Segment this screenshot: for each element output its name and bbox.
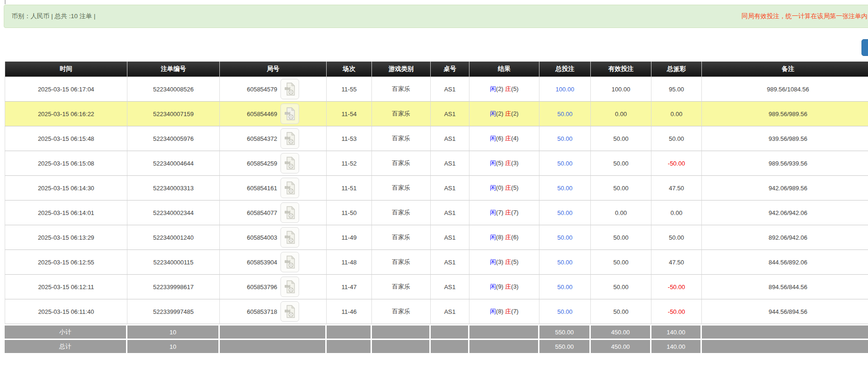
- col-header-valid-bet: 有效投注: [591, 62, 651, 77]
- session-cell: 11-47: [327, 275, 372, 299]
- bet-id-cell: 522340008526: [127, 77, 220, 102]
- col-header-round-no: 局号: [220, 62, 327, 77]
- result-cell: 闲(6) 庄(4): [469, 126, 539, 151]
- total-bet-link[interactable]: 50.00: [557, 111, 573, 118]
- bet-time-cell: 2025-03-15 06:11:40: [5, 299, 127, 324]
- payout-cell: -50.00: [651, 275, 702, 299]
- banker-result-label: 庄: [505, 234, 511, 241]
- session-cell: 11-55: [327, 77, 372, 102]
- round-no-cell: 605853904: [220, 250, 327, 275]
- total-bet-cell: 50.00: [539, 250, 591, 275]
- game-type-cell: 百家乐: [372, 201, 431, 225]
- video-replay-button[interactable]: [280, 252, 299, 272]
- video-file-icon: [284, 181, 295, 195]
- bet-id-cell: 522340000115: [127, 250, 220, 275]
- bet-record-row: 2025-03-15 06:12:55 522340000115 6058539…: [5, 250, 868, 275]
- col-header-total-bet: 总投注: [539, 62, 591, 77]
- summary-info-bar: 币别：人民币 | 总共 :10 注单 | 同局有效投注，统一计算在该局第一张注单…: [4, 5, 868, 28]
- bet-records-table: 时间 注单编号 局号 场次 游戏类别 桌号 结果 总投注 有效投注 总派彩 备注…: [5, 62, 868, 353]
- result-cell: 闲(5) 庄(3): [469, 151, 539, 176]
- table-body: 2025-03-15 06:17:04 522340008526 6058545…: [5, 77, 868, 324]
- result-cell: 闲(0) 庄(5): [469, 176, 539, 201]
- total-bet-link[interactable]: 50.00: [557, 234, 573, 241]
- result-cell: 闲(8) 庄(6): [469, 225, 539, 250]
- subtotal-valid-bet: 450.00: [591, 324, 651, 339]
- col-header-bet-id: 注单编号: [127, 62, 220, 77]
- banker-result-value: (5): [511, 184, 518, 191]
- player-result-value: (3): [496, 258, 505, 265]
- video-replay-button[interactable]: [280, 104, 299, 124]
- banker-result-label: 庄: [505, 209, 511, 216]
- banker-result-label: 庄: [505, 258, 511, 265]
- player-result-label: 闲: [490, 159, 496, 166]
- total-bet-cell: 50.00: [539, 299, 591, 324]
- col-header-session: 场次: [327, 62, 372, 77]
- game-type-cell: 百家乐: [372, 225, 431, 250]
- total-bet-link[interactable]: 50.00: [557, 185, 573, 192]
- remark-cell: 942.06/989.56: [702, 176, 868, 201]
- valid-bet-cell: 50.00: [591, 151, 651, 176]
- round-no-cell: 605854003: [220, 225, 327, 250]
- video-replay-button[interactable]: [280, 301, 299, 322]
- video-replay-button[interactable]: [280, 79, 299, 99]
- video-replay-button[interactable]: [280, 277, 299, 297]
- video-replay-button[interactable]: [280, 202, 299, 223]
- export-button[interactable]: [861, 39, 868, 56]
- banker-result-value: (4): [511, 135, 518, 142]
- grand-total-total-bet: 550.00: [539, 339, 591, 353]
- grand-total-row: 总计 10 550.00 450.00 140.00: [5, 339, 868, 353]
- valid-bet-cell: 50.00: [591, 126, 651, 151]
- same-round-notice-text: 同局有效投注，统一计算在该局第一张注单内: [742, 12, 868, 21]
- grand-total-label: 总计: [5, 339, 127, 353]
- video-replay-button[interactable]: [280, 128, 299, 149]
- valid-bet-cell: 50.00: [591, 225, 651, 250]
- video-replay-button[interactable]: [280, 178, 299, 198]
- total-bet-link[interactable]: 50.00: [557, 308, 573, 315]
- total-bet-link[interactable]: 50.00: [557, 209, 573, 216]
- bet-time-cell: 2025-03-15 06:17:04: [5, 77, 127, 102]
- payout-cell: 0.00: [651, 201, 702, 225]
- round-no-cell: 605854259: [220, 151, 327, 176]
- table-no-cell: AS1: [431, 275, 469, 299]
- player-result-value: (0): [496, 184, 505, 191]
- player-result-label: 闲: [490, 209, 496, 216]
- player-result-label: 闲: [490, 184, 496, 191]
- game-type-cell: 百家乐: [372, 102, 431, 126]
- bet-id-cell: 522340003313: [127, 176, 220, 201]
- game-type-cell: 百家乐: [372, 250, 431, 275]
- payout-cell: 95.00: [651, 77, 702, 102]
- banker-result-value: (7): [511, 308, 518, 315]
- total-bet-link[interactable]: 50.00: [557, 135, 573, 142]
- round-no-value: 605854259: [247, 160, 277, 167]
- banker-result-label: 庄: [505, 283, 511, 290]
- round-no-value: 605854003: [247, 234, 277, 241]
- remark-cell: 989.56/989.56: [702, 102, 868, 126]
- grand-total-valid-bet: 450.00: [591, 339, 651, 353]
- total-bet-link[interactable]: 100.00: [556, 86, 574, 93]
- round-no-value: 605853904: [247, 259, 277, 266]
- round-no-value: 605854161: [247, 185, 277, 192]
- round-no-value: 605854372: [247, 135, 277, 142]
- bet-time-cell: 2025-03-15 06:13:29: [5, 225, 127, 250]
- game-type-cell: 百家乐: [372, 275, 431, 299]
- total-bet-cell: 50.00: [539, 225, 591, 250]
- bet-record-row: 2025-03-15 06:13:29 522340001240 6058540…: [5, 225, 868, 250]
- total-bet-cell: 100.00: [539, 77, 591, 102]
- total-bet-link[interactable]: 50.00: [557, 160, 573, 167]
- total-bet-cell: 50.00: [539, 176, 591, 201]
- result-cell: 闲(2) 庄(2): [469, 102, 539, 126]
- video-replay-button[interactable]: [280, 227, 299, 248]
- total-bet-link[interactable]: 50.00: [557, 259, 573, 266]
- video-file-icon: [284, 132, 295, 145]
- col-header-table-no: 桌号: [431, 62, 469, 77]
- remark-cell: 989.56/939.56: [702, 151, 868, 176]
- subtotal-label: 小计: [5, 324, 127, 339]
- bet-record-row: 2025-03-15 06:15:48 522340005976 6058543…: [5, 126, 868, 151]
- total-bet-cell: 50.00: [539, 201, 591, 225]
- session-cell: 11-52: [327, 151, 372, 176]
- remark-cell: 989.56/1084.56: [702, 77, 868, 102]
- remark-cell: 894.56/844.56: [702, 275, 868, 299]
- video-replay-button[interactable]: [280, 153, 299, 173]
- grand-total-payout: 140.00: [651, 339, 702, 353]
- total-bet-link[interactable]: 50.00: [557, 284, 573, 291]
